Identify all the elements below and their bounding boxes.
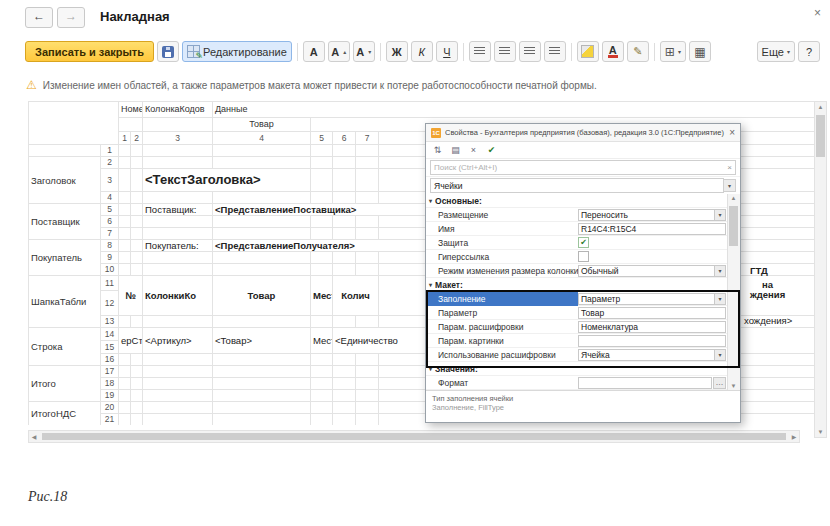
prop-value[interactable]: Товар bbox=[578, 307, 726, 319]
cell[interactable] bbox=[119, 390, 131, 402]
cell[interactable] bbox=[213, 354, 311, 366]
border-color-button[interactable]: ✎ bbox=[627, 41, 649, 62]
cell[interactable] bbox=[333, 264, 356, 276]
palette-scroll-thumb[interactable] bbox=[729, 206, 738, 246]
cell[interactable] bbox=[333, 192, 356, 204]
cell[interactable] bbox=[143, 145, 213, 157]
cell-title-param[interactable]: <ТекстЗаголовка> bbox=[143, 169, 311, 192]
cell[interactable] bbox=[311, 192, 333, 204]
cell[interactable] bbox=[356, 228, 379, 240]
column-header-6[interactable]: 6 bbox=[333, 132, 356, 145]
cell-tovar-param-selected[interactable]: <Товар> bbox=[213, 328, 311, 354]
cell-header-kolich[interactable]: Колич bbox=[333, 276, 379, 316]
horizontal-scroll-thumb[interactable] bbox=[42, 433, 786, 440]
cell[interactable] bbox=[131, 414, 143, 426]
horizontal-scrollbar[interactable]: ◀ ▶ bbox=[28, 430, 800, 443]
area-label-zagolovok[interactable]: Заголовок bbox=[29, 157, 101, 204]
cell[interactable] bbox=[356, 354, 379, 366]
area-label-shapka[interactable]: ШапкаТабли bbox=[29, 276, 101, 328]
cell[interactable] bbox=[311, 264, 333, 276]
cell[interactable] bbox=[356, 157, 379, 169]
cell[interactable] bbox=[119, 378, 131, 390]
cell[interactable] bbox=[143, 264, 213, 276]
cell[interactable] bbox=[356, 264, 379, 276]
prop-value-box[interactable] bbox=[578, 377, 712, 389]
dropdown-icon[interactable]: ▾ bbox=[715, 293, 726, 305]
cell[interactable] bbox=[143, 216, 213, 228]
prop-label[interactable]: Параметр bbox=[426, 306, 578, 320]
cell-header-cols[interactable]: КолонкиКо bbox=[143, 276, 213, 316]
cell[interactable] bbox=[333, 157, 356, 169]
cell[interactable] bbox=[356, 414, 379, 426]
palette-apply-button[interactable]: ✔ bbox=[485, 144, 498, 157]
scroll-left-icon[interactable]: ◀ bbox=[29, 433, 39, 440]
cell[interactable] bbox=[119, 354, 131, 366]
bold-button[interactable]: Ж bbox=[386, 41, 408, 62]
prop-label[interactable]: Формат bbox=[426, 376, 578, 390]
cell[interactable] bbox=[143, 316, 213, 328]
scroll-right-icon[interactable]: ▶ bbox=[789, 433, 799, 440]
cell[interactable] bbox=[131, 264, 143, 276]
prop-label[interactable]: Использование расшифровки bbox=[426, 348, 578, 362]
vertical-scroll-thumb[interactable] bbox=[816, 115, 825, 157]
dialog-titlebar[interactable]: 1С Свойства - Бухгалтерия предприятия (б… bbox=[426, 124, 740, 142]
cell[interactable] bbox=[311, 316, 333, 328]
prop-value[interactable]: R14C4:R15C4 bbox=[578, 223, 726, 235]
back-button[interactable]: ← bbox=[25, 7, 53, 28]
object-selector[interactable]: Ячейки bbox=[430, 178, 724, 193]
cell[interactable] bbox=[333, 169, 356, 192]
cell[interactable] bbox=[119, 216, 131, 228]
area-label-itogo-nds[interactable]: ИтогоНДС bbox=[29, 402, 101, 426]
prop-value-box[interactable]: R14C4:R15C4 bbox=[578, 223, 726, 235]
cell[interactable] bbox=[131, 252, 143, 264]
cell[interactable] bbox=[311, 228, 333, 240]
row-header[interactable]: 7 bbox=[101, 228, 119, 240]
cell[interactable] bbox=[333, 216, 356, 228]
cell[interactable] bbox=[213, 414, 311, 426]
prop-label[interactable]: Режим изменения размера колонки bbox=[426, 264, 578, 278]
cell[interactable] bbox=[311, 145, 333, 157]
palette-scrollbar[interactable]: ▲ ▼ bbox=[727, 194, 740, 390]
cell[interactable] bbox=[131, 145, 143, 157]
column-area-dannye[interactable]: Данные bbox=[213, 102, 814, 118]
cell[interactable] bbox=[119, 366, 131, 378]
cell[interactable] bbox=[213, 145, 311, 157]
cell[interactable] bbox=[119, 145, 131, 157]
cell-header-no[interactable]: № bbox=[119, 276, 143, 316]
section-maket[interactable]: ▾ Макет: bbox=[426, 278, 740, 292]
prop-label[interactable]: Парам. расшифровки bbox=[426, 320, 578, 334]
prop-value[interactable] bbox=[578, 335, 726, 347]
checkbox-unchecked-icon[interactable] bbox=[578, 251, 589, 262]
prop-label[interactable]: Размещение bbox=[426, 208, 578, 222]
cell[interactable] bbox=[143, 252, 213, 264]
vertical-scrollbar[interactable]: ▲ ▼ bbox=[814, 101, 827, 438]
cell[interactable] bbox=[119, 316, 131, 328]
cell[interactable] bbox=[143, 192, 213, 204]
cell[interactable] bbox=[131, 390, 143, 402]
dialog-close-button[interactable]: × bbox=[729, 127, 735, 138]
edit-mode-button[interactable]: Редактирование bbox=[182, 41, 292, 62]
italic-button[interactable]: К bbox=[411, 41, 433, 62]
cell-header-mest[interactable]: Мест bbox=[311, 276, 333, 316]
prop-value-box[interactable]: Ячейка bbox=[578, 349, 715, 361]
prop-value-box[interactable] bbox=[578, 335, 726, 347]
cell[interactable] bbox=[119, 228, 131, 240]
column-area-kolonka[interactable]: КолонкаКодов bbox=[143, 102, 213, 118]
prop-label[interactable]: Гиперссылка bbox=[426, 250, 578, 264]
search-clear-icon[interactable]: × bbox=[727, 163, 732, 172]
font-size-increase-button[interactable]: A▴ bbox=[328, 41, 350, 62]
row-header[interactable]: 6 bbox=[101, 216, 119, 228]
area-label-stroka[interactable]: Строка bbox=[29, 328, 101, 366]
cell[interactable] bbox=[213, 390, 311, 402]
cell[interactable] bbox=[143, 402, 213, 414]
row-header[interactable]: 3 bbox=[101, 169, 119, 192]
cell[interactable] bbox=[119, 264, 131, 276]
prop-value-box[interactable]: Переносить bbox=[578, 209, 715, 221]
cell[interactable] bbox=[356, 402, 379, 414]
cell[interactable] bbox=[213, 378, 311, 390]
property-list-button[interactable]: ▤ bbox=[449, 144, 462, 157]
cell[interactable] bbox=[356, 169, 379, 192]
row-header[interactable]: 10 bbox=[101, 264, 119, 276]
cell[interactable] bbox=[311, 169, 333, 192]
row-header[interactable]: 19 bbox=[101, 390, 119, 402]
